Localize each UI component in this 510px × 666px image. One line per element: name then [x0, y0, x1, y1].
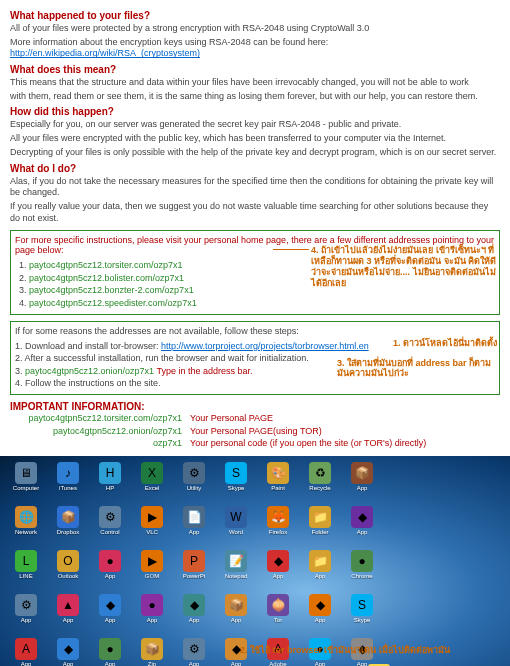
desktop-icon-20[interactable]: ●App: [90, 550, 130, 592]
desktop-icon-label: Chrome: [351, 573, 372, 579]
desktop-icon-label: GOM: [145, 573, 159, 579]
desktop-icon-label: Skype: [354, 617, 371, 623]
desktop-icon-1[interactable]: ♪iTunes: [48, 462, 88, 504]
desktop-icon-label: Outlook: [58, 573, 79, 579]
desktop-icon-17[interactable]: ◆App: [342, 506, 382, 548]
desktop-icon-32[interactable]: 📦App: [216, 594, 256, 636]
app-icon: ●: [99, 550, 121, 572]
desktop-icon-label: Tor: [274, 617, 282, 623]
app-icon: ⚙: [99, 506, 121, 528]
url-item-4[interactable]: paytoc4gtpn5cz12.speedister.com/ozp7x1: [19, 297, 495, 310]
desktop-icon-label: HP: [106, 485, 114, 491]
desktop-icon-0[interactable]: 🖥Computer: [6, 462, 46, 504]
info-3-right: Your personal code (if you open the site…: [190, 437, 426, 450]
desktop-icon-23[interactable]: 📝Notepad: [216, 550, 256, 592]
desktop-icon-2[interactable]: HHP: [90, 462, 130, 504]
desktop-icon-label: Network: [15, 529, 37, 535]
desktop-icon-24[interactable]: ◆App: [258, 550, 298, 592]
desktop-icon-label: Folder: [311, 529, 328, 535]
desktop-icon-40[interactable]: ⚙App: [174, 638, 214, 666]
desktop-icon-27[interactable]: ⚙App: [6, 594, 46, 636]
app-icon: P: [183, 550, 205, 572]
app-icon: H: [99, 462, 121, 484]
desktop-icon-7[interactable]: ♻Recycle: [300, 462, 340, 504]
desktop-icon-19[interactable]: OOutlook: [48, 550, 88, 592]
desktop-icon-label: Recycle: [309, 485, 330, 491]
desktop-icon-15[interactable]: 🦊Firefox: [258, 506, 298, 548]
desktop-icon-8[interactable]: 📦App: [342, 462, 382, 504]
app-icon: X: [141, 462, 163, 484]
desktop-icon-33[interactable]: 🧅Tor: [258, 594, 298, 636]
app-icon: ◆: [57, 638, 79, 660]
desktop-icon-label: iTunes: [59, 485, 77, 491]
desktop-icon-label: App: [147, 617, 158, 623]
desktop-icon-12[interactable]: ▶VLC: [132, 506, 172, 548]
desktop-icon-5[interactable]: SSkype: [216, 462, 256, 504]
info-2-right: Your Personal PAGE(using TOR): [190, 425, 322, 438]
desktop-icon-label: App: [231, 661, 242, 666]
text-1b: More information about the encryption ke…: [10, 37, 500, 60]
desktop-icon-10[interactable]: 📦Dropbox: [48, 506, 88, 548]
desktop-icon-label: LINE: [19, 573, 32, 579]
desktop-icon-28[interactable]: ▲App: [48, 594, 88, 636]
desktop-icon-29[interactable]: ◆App: [90, 594, 130, 636]
text-4a: Alas, if you do not take the necessary m…: [10, 176, 500, 199]
important-title: IMPORTANT INFORMATION:: [10, 401, 500, 412]
app-icon: ♪: [57, 462, 79, 484]
app-icon: 📄: [183, 506, 205, 528]
app-icon: ◆: [351, 506, 373, 528]
desktop-icon-3[interactable]: XExcel: [132, 462, 172, 504]
desktop-icon-label: App: [357, 485, 368, 491]
text-3b: All your files were encrypted with the p…: [10, 133, 500, 145]
step-3-url: paytoc4gtpn5cz12.onion/ozp7x1: [25, 366, 154, 376]
app-icon: ●: [99, 638, 121, 660]
text-2b: with them, read them or see them, it is …: [10, 91, 500, 103]
app-icon: L: [15, 550, 37, 572]
step-3-suffix: Type in the address bar.: [154, 366, 252, 376]
url-box: For more specific instructions, please v…: [10, 230, 500, 314]
tor-download-link[interactable]: http://www.torproject.org/projects/torbr…: [161, 341, 369, 351]
desktop-icon-16[interactable]: 📁Folder: [300, 506, 340, 548]
annotation-4: 4. ถ้าเข้าไปแล้วยังไม่ง่ายมันเลย เข้ารีเ…: [311, 245, 501, 288]
app-icon: ⚙: [183, 462, 205, 484]
important-box: IMPORTANT INFORMATION: paytoc4gtpn5cz12.…: [10, 401, 500, 450]
rsa-link[interactable]: http://en.wikipedia.org/wiki/RSA_(crypto…: [10, 48, 200, 58]
desktop-icon-9[interactable]: 🌐Network: [6, 506, 46, 548]
annotation-3: 3. ใส่ตามที่มันบอกที่ address bar ก็ตามม…: [337, 358, 497, 380]
desktop-icon-22[interactable]: PPowerPt: [174, 550, 214, 592]
desktop-icon-label: Skype: [228, 485, 245, 491]
desktop-icon-6[interactable]: 🎨Paint: [258, 462, 298, 504]
desktop-icon-36[interactable]: AApp: [6, 638, 46, 666]
desktop-icon-label: Utility: [187, 485, 202, 491]
desktop-icon-38[interactable]: ●App: [90, 638, 130, 666]
info-row-2: paytoc4gtpn5cz12.onion/ozp7x1 Your Perso…: [10, 425, 500, 438]
desktop-icon-13[interactable]: 📄App: [174, 506, 214, 548]
desktop-icon-18[interactable]: LLINE: [6, 550, 46, 592]
app-icon: ♻: [309, 462, 331, 484]
desktop-icon-21[interactable]: ▶GOM: [132, 550, 172, 592]
desktop-icon-label: Excel: [145, 485, 160, 491]
desktop-icon-39[interactable]: 📦Zip: [132, 638, 172, 666]
step-1-prefix: 1. Download and install tor-browser:: [15, 341, 161, 351]
ransom-note-section: What happened to your files? All of your…: [0, 0, 510, 456]
app-icon: 🖥: [15, 462, 37, 484]
desktop-icon-label: App: [105, 661, 116, 666]
app-icon: 📦: [225, 594, 247, 616]
desktop-icon-label: App: [315, 617, 326, 623]
desktop[interactable]: 🖥Computer♪iTunesHHPXExcel⚙UtilitySSkype🎨…: [0, 456, 510, 666]
desktop-icon-label: App: [231, 617, 242, 623]
desktop-icon-14[interactable]: WWord: [216, 506, 256, 548]
desktop-icon-26[interactable]: ●Chrome: [342, 550, 382, 592]
desktop-icon-31[interactable]: ◆App: [174, 594, 214, 636]
desktop-icon-30[interactable]: ●App: [132, 594, 172, 636]
desktop-icon-25[interactable]: 📁App: [300, 550, 340, 592]
desktop-icon-37[interactable]: ◆App: [48, 638, 88, 666]
desktop-icon-35[interactable]: SSkype: [342, 594, 382, 636]
app-icon: 📁: [309, 550, 331, 572]
desktop-icon-34[interactable]: ◆App: [300, 594, 340, 636]
desktop-icon-4[interactable]: ⚙Utility: [174, 462, 214, 504]
desktop-icon-label: App: [21, 661, 32, 666]
desktop-icon-11[interactable]: ⚙Control: [90, 506, 130, 548]
heading-4: What do I do?: [10, 163, 500, 174]
desktop-icon-label: App: [189, 617, 200, 623]
